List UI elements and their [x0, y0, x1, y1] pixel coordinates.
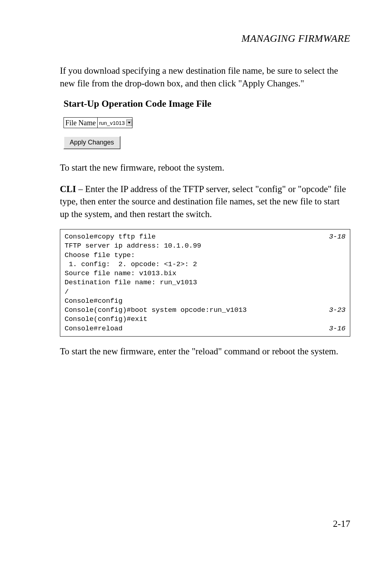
cli-text: Console#copy tftp file: [65, 232, 156, 241]
cli-text: Console#reload: [65, 324, 123, 333]
paragraph-final: To start the new firmware, enter the "re…: [60, 345, 350, 358]
ui-section-title: Start-Up Operation Code Image File: [64, 98, 350, 109]
cli-line: Destination file name: run_v1013: [65, 278, 346, 287]
cli-text: Console(config)#boot system opcode:run_v…: [65, 306, 247, 315]
chevron-down-icon: [128, 122, 131, 124]
cli-output-box: Console#copy tftp file3-18TFTP server ip…: [60, 229, 350, 337]
dropdown-button[interactable]: [126, 119, 132, 126]
paragraph-cli: CLI – Enter the IP address of the TFTP s…: [60, 183, 350, 221]
paragraph-intro: If you download specifying a new destina…: [60, 65, 350, 90]
cli-line: /: [65, 288, 346, 297]
file-name-select[interactable]: run_v1013: [98, 118, 132, 128]
cli-text: Console#config: [65, 297, 123, 306]
cli-line: Console(config)#exit: [65, 315, 346, 324]
cli-text: Choose file type:: [65, 251, 135, 260]
file-name-label: File Name: [64, 118, 98, 128]
cli-line: Console#copy tftp file3-18: [65, 232, 346, 241]
cli-reference: 3-23: [323, 306, 346, 315]
cli-text: Source file name: v1013.bix: [65, 269, 176, 278]
page-container: MANAGING FIRMWARE If you download specif…: [0, 0, 392, 570]
cli-text: 1. config: 2. opcode: <1-2>: 2: [65, 260, 197, 269]
cli-text: /: [65, 288, 69, 297]
apply-changes-button[interactable]: Apply Changes: [64, 136, 121, 149]
file-name-row: File Name run_v1013: [64, 117, 132, 128]
cli-text: Destination file name: run_v1013: [65, 278, 197, 287]
file-name-select-value: run_v1013: [99, 120, 125, 126]
cli-line: Source file name: v1013.bix: [65, 269, 346, 278]
cli-reference: 3-18: [323, 232, 346, 241]
cli-line: 1. config: 2. opcode: <1-2>: 2: [65, 260, 346, 269]
running-header: MANAGING FIRMWARE: [60, 33, 350, 44]
page-number: 2-17: [333, 518, 350, 529]
cli-line: Choose file type:: [65, 251, 346, 260]
ui-screenshot: Start-Up Operation Code Image File File …: [64, 98, 350, 149]
cli-line: Console(config)#boot system opcode:run_v…: [65, 306, 346, 315]
running-title-text: MANAGING FIRMWARE: [241, 33, 350, 44]
cli-reference: 3-16: [323, 324, 346, 333]
cli-label: CLI: [60, 184, 76, 194]
cli-instructions: – Enter the IP address of the TFTP serve…: [60, 184, 346, 219]
cli-line: Console#reload3-16: [65, 324, 346, 333]
svg-marker-0: [128, 122, 131, 124]
paragraph-reboot: To start the new firmware, reboot the sy…: [60, 162, 350, 174]
cli-line: TFTP server ip address: 10.1.0.99: [65, 241, 346, 251]
cli-text: TFTP server ip address: 10.1.0.99: [65, 241, 201, 251]
cli-line: Console#config: [65, 297, 346, 306]
cli-text: Console(config)#exit: [65, 315, 147, 324]
